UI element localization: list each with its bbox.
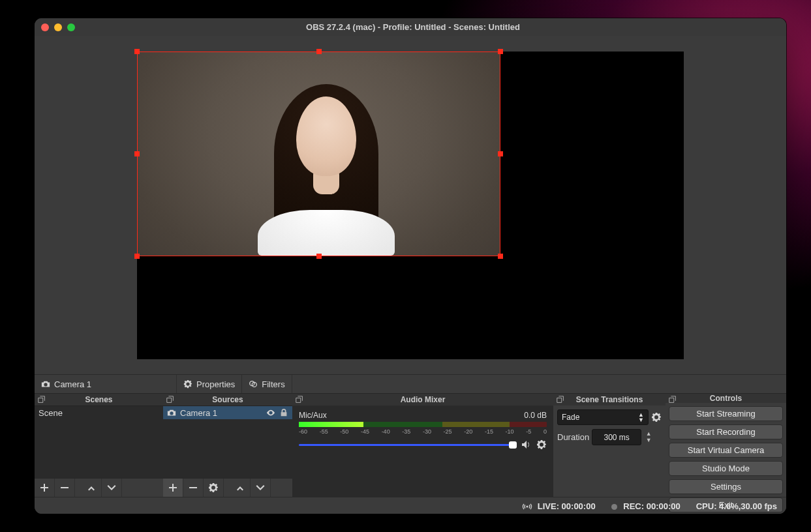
rec-time: 00:00:00 <box>647 501 681 511</box>
meter-ticks: -60 -55 -50 -45 -40 -35 -30 -25 -20 -15 … <box>299 428 547 435</box>
scenes-toolbar <box>35 478 163 497</box>
spin-up-button[interactable]: ▲ <box>644 431 653 437</box>
scene-move-down-button[interactable] <box>102 479 122 497</box>
scenes-panel-header[interactable]: Scenes <box>35 393 163 406</box>
tick: -35 <box>402 428 410 435</box>
close-window-button[interactable] <box>41 23 49 31</box>
gear-icon[interactable] <box>651 412 662 422</box>
speaker-icon[interactable] <box>521 439 531 450</box>
duration-label: Duration <box>557 432 589 442</box>
start-streaming-button[interactable]: Start Streaming <box>669 406 783 421</box>
lock-icon[interactable] <box>279 408 288 417</box>
transitions-title: Scene Transitions <box>576 395 643 404</box>
duration-row: Duration ▲ ▼ <box>557 429 662 445</box>
camera-icon <box>167 408 176 417</box>
tick: -5 <box>526 428 531 435</box>
controls-title: Controls <box>710 394 742 403</box>
record-dot-icon <box>611 504 617 510</box>
resize-handle-tl[interactable] <box>134 49 140 54</box>
tick: -45 <box>361 428 369 435</box>
rec-status: REC: 00:00:00 <box>611 501 681 511</box>
program-canvas[interactable] <box>137 52 684 359</box>
scenes-panel: Scenes Scene <box>35 393 163 497</box>
resize-handle-bl[interactable] <box>134 254 140 259</box>
scene-item[interactable]: Scene <box>35 406 163 419</box>
eye-icon[interactable] <box>266 408 275 417</box>
chevron-up-icon <box>86 482 97 493</box>
filters-button[interactable]: Filters <box>242 375 292 393</box>
sources-panel: Sources Camera 1 <box>163 393 292 497</box>
docks-row: Scenes Scene Sources <box>35 393 786 497</box>
gear-icon <box>183 379 192 389</box>
tick: 0 <box>543 428 547 435</box>
add-scene-button[interactable] <box>35 479 55 497</box>
camera-icon <box>41 379 50 389</box>
chevron-up-icon <box>235 482 245 493</box>
gear-icon <box>208 482 219 493</box>
transition-select[interactable]: Fade ▲▼ <box>557 409 649 425</box>
tick: -15 <box>485 428 493 435</box>
sources-panel-header[interactable]: Sources <box>163 393 292 406</box>
source-move-up-button[interactable] <box>230 479 251 497</box>
mixer-body: Mic/Aux 0.0 dB -60 -55 -50 -45 -40 -35 -… <box>292 406 553 497</box>
tick: -50 <box>340 428 348 435</box>
resize-handle-tr[interactable] <box>498 49 503 54</box>
obs-window: OBS 27.2.4 (mac) - Profile: Untitled - S… <box>35 18 786 514</box>
sources-list[interactable]: Camera 1 <box>163 406 292 478</box>
selected-source-chip: Camera 1 <box>35 375 177 393</box>
popout-icon[interactable] <box>37 395 46 404</box>
slider-thumb[interactable] <box>509 441 517 449</box>
volume-slider[interactable] <box>299 444 515 446</box>
settings-button[interactable]: Settings <box>669 479 783 494</box>
plus-icon <box>39 482 50 493</box>
scenes-list[interactable]: Scene <box>35 406 163 478</box>
scene-name: Scene <box>38 408 63 418</box>
duration-input[interactable] <box>592 429 641 445</box>
chevron-down-icon <box>255 482 266 493</box>
popout-icon[interactable] <box>295 395 304 404</box>
add-source-button[interactable] <box>163 479 183 497</box>
tick: -55 <box>320 428 328 435</box>
remove-scene-button[interactable] <box>55 479 75 497</box>
mixer-panel-header[interactable]: Audio Mixer <box>292 393 553 406</box>
resize-handle-br[interactable] <box>498 254 503 259</box>
popout-icon[interactable] <box>166 395 175 404</box>
properties-button[interactable]: Properties <box>177 375 242 393</box>
filters-label: Filters <box>262 379 284 389</box>
webcam-image <box>138 52 500 256</box>
svg-point-2 <box>527 505 528 507</box>
sources-title: Sources <box>212 395 243 404</box>
spin-down-button[interactable]: ▼ <box>644 437 653 444</box>
resize-handle-b[interactable] <box>316 254 322 259</box>
controls-panel-header[interactable]: Controls <box>666 393 786 403</box>
chevron-down-icon <box>106 482 117 493</box>
resize-handle-t[interactable] <box>316 49 322 54</box>
gear-icon[interactable] <box>536 439 547 450</box>
audio-mixer-panel: Audio Mixer Mic/Aux 0.0 dB -60 -55 -50 -… <box>292 393 553 497</box>
minimize-window-button[interactable] <box>54 23 62 31</box>
tick: -25 <box>444 428 452 435</box>
transitions-panel-header[interactable]: Scene Transitions <box>553 393 666 406</box>
mixer-title: Audio Mixer <box>401 395 446 404</box>
remove-source-button[interactable] <box>183 479 204 497</box>
source-move-down-button[interactable] <box>251 479 271 497</box>
rec-label: REC: <box>623 501 644 511</box>
selected-source-bounds[interactable] <box>137 52 500 256</box>
source-item[interactable]: Camera 1 <box>163 406 292 419</box>
source-properties-button[interactable] <box>204 479 224 497</box>
audio-meter <box>299 422 547 427</box>
resize-handle-l[interactable] <box>134 151 140 156</box>
scene-move-up-button[interactable] <box>82 479 102 497</box>
zoom-window-button[interactable] <box>67 23 75 31</box>
live-status: LIVE: 00:00:00 <box>522 501 596 511</box>
popout-icon[interactable] <box>668 395 677 404</box>
cpu-readout: CPU: 4.6%,30.00 fps <box>696 501 777 511</box>
properties-label: Properties <box>196 379 235 389</box>
resize-handle-r[interactable] <box>498 151 503 156</box>
start-recording-button[interactable]: Start Recording <box>669 424 783 439</box>
source-name: Camera 1 <box>180 408 262 418</box>
popout-icon[interactable] <box>556 395 565 404</box>
studio-mode-button[interactable]: Studio Mode <box>669 461 783 476</box>
start-virtual-camera-button[interactable]: Start Virtual Camera <box>669 443 783 458</box>
mixer-channel-name: Mic/Aux <box>299 411 327 420</box>
